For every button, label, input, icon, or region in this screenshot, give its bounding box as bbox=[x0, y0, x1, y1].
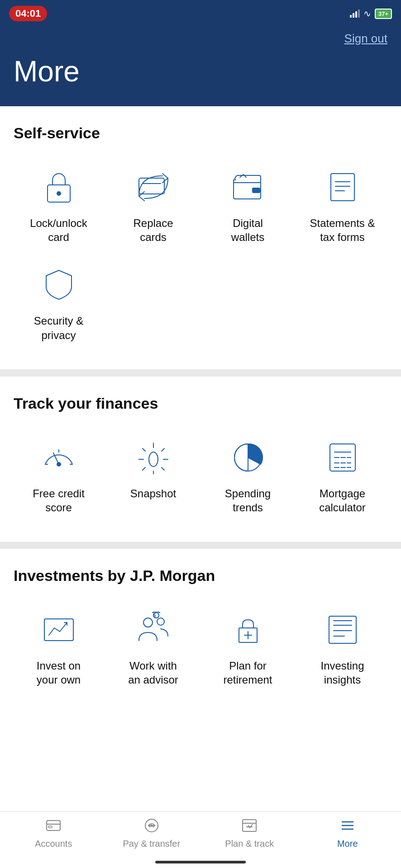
svg-line-16 bbox=[143, 448, 145, 451]
spending-trends-label: Spendingtrends bbox=[225, 486, 271, 514]
mortgage-calc-icon bbox=[320, 435, 365, 480]
svg-line-17 bbox=[162, 467, 164, 470]
statements-item[interactable]: Statements &tax forms bbox=[297, 160, 387, 249]
digital-wallets-icon bbox=[225, 165, 271, 210]
work-with-item[interactable]: $ Work withan advisor bbox=[108, 603, 198, 691]
status-bar: 04:01 ∿ 37+ bbox=[0, 0, 401, 27]
lock-unlock-label: Lock/unlockcard bbox=[30, 216, 87, 244]
svg-rect-51 bbox=[48, 826, 52, 828]
svg-text:$: $ bbox=[254, 447, 258, 454]
statements-icon bbox=[320, 165, 365, 210]
more-nav-label: More bbox=[337, 839, 358, 849]
home-bar bbox=[155, 861, 246, 863]
header: Sign out More bbox=[0, 27, 401, 106]
sign-out-button[interactable]: Sign out bbox=[344, 32, 387, 46]
credit-score-label: Free creditscore bbox=[33, 486, 85, 514]
spending-trends-icon: $ bbox=[225, 435, 271, 480]
page-title: More bbox=[14, 55, 387, 88]
self-service-title: Self-service bbox=[14, 124, 387, 142]
svg-rect-54 bbox=[243, 820, 256, 831]
home-indicator bbox=[0, 861, 401, 868]
battery-indicator: 37+ bbox=[375, 9, 392, 19]
lock-unlock-item[interactable]: Lock/unlockcard bbox=[14, 160, 104, 249]
security-label: Security &privacy bbox=[34, 314, 83, 342]
nav-more[interactable]: More bbox=[299, 817, 397, 849]
plan-track-nav-icon bbox=[241, 817, 258, 836]
replace-cards-item[interactable]: Replacecards bbox=[108, 160, 198, 249]
svg-rect-36 bbox=[44, 619, 73, 641]
mortgage-calc-item[interactable]: Mortgagecalculator bbox=[297, 430, 387, 519]
svg-point-38 bbox=[157, 618, 164, 625]
status-time: 04:01 bbox=[9, 6, 47, 21]
accounts-nav-label: Accounts bbox=[35, 839, 72, 849]
svg-point-1 bbox=[57, 192, 61, 195]
credit-score-item[interactable]: Free creditscore bbox=[14, 430, 104, 519]
nav-accounts[interactable]: Accounts bbox=[5, 817, 103, 849]
svg-text:$: $ bbox=[153, 612, 156, 618]
plan-track-nav-label: Plan & track bbox=[225, 839, 274, 849]
security-icon bbox=[36, 262, 81, 307]
svg-rect-3 bbox=[253, 188, 260, 193]
svg-point-37 bbox=[143, 618, 153, 627]
more-nav-icon bbox=[339, 817, 356, 836]
investments-grid: Invest onyour own $ Work withan advisor bbox=[14, 603, 387, 691]
signal-icon bbox=[350, 9, 360, 18]
track-finances-title: Track your finances bbox=[14, 395, 387, 412]
investing-label: Investinginsights bbox=[320, 659, 364, 687]
track-finances-section: Track your finances Free creditscore bbox=[0, 377, 401, 542]
work-with-label: Work withan advisor bbox=[128, 659, 178, 687]
snapshot-label: Snapshot bbox=[130, 486, 176, 500]
wifi-icon: ∿ bbox=[363, 8, 371, 19]
nav-pay-transfer[interactable]: $ Pay & transfer bbox=[103, 817, 201, 849]
statements-label: Statements &tax forms bbox=[310, 216, 375, 244]
divider-1 bbox=[0, 369, 401, 377]
lock-unlock-icon bbox=[36, 165, 81, 210]
credit-score-icon bbox=[36, 435, 81, 480]
track-finances-grid: Free creditscore bbox=[14, 430, 387, 519]
spending-trends-item[interactable]: $ Spendingtrends bbox=[203, 430, 293, 519]
work-with-icon: $ bbox=[131, 607, 176, 652]
svg-rect-4 bbox=[331, 174, 354, 201]
investing-icon bbox=[320, 607, 365, 652]
invest-on-label: Invest onyour own bbox=[37, 659, 81, 687]
pay-transfer-nav-icon: $ bbox=[143, 817, 160, 836]
bottom-nav: Accounts $ Pay & transfer Plan & track bbox=[0, 811, 401, 861]
snapshot-item[interactable]: Snapshot bbox=[108, 430, 198, 519]
plan-for-icon bbox=[225, 607, 271, 652]
security-item[interactable]: Security &privacy bbox=[14, 258, 104, 346]
svg-point-13 bbox=[149, 452, 158, 467]
svg-line-21 bbox=[162, 448, 164, 451]
svg-point-9 bbox=[57, 462, 61, 466]
svg-line-20 bbox=[143, 467, 145, 470]
investments-section: Investments by J.P. Morgan Invest onyour… bbox=[0, 549, 401, 714]
replace-cards-icon bbox=[131, 165, 176, 210]
invest-on-item[interactable]: Invest onyour own bbox=[14, 603, 104, 691]
status-icons: ∿ 37+ bbox=[350, 8, 392, 19]
plan-for-label: Plan forretirement bbox=[223, 659, 272, 687]
investments-title: Investments by J.P. Morgan bbox=[14, 567, 387, 585]
content: Self-service Lock/unlockcard bbox=[0, 106, 401, 811]
mortgage-calc-label: Mortgagecalculator bbox=[319, 486, 366, 514]
nav-plan-track[interactable]: Plan & track bbox=[200, 817, 299, 849]
snapshot-icon bbox=[131, 435, 176, 480]
plan-for-item[interactable]: Plan forretirement bbox=[203, 603, 293, 691]
digital-wallets-item[interactable]: Digitalwallets bbox=[203, 160, 293, 249]
digital-wallets-label: Digitalwallets bbox=[231, 216, 264, 244]
svg-text:$: $ bbox=[150, 822, 153, 828]
divider-2 bbox=[0, 542, 401, 549]
svg-rect-2 bbox=[139, 178, 164, 194]
accounts-nav-icon bbox=[45, 817, 62, 836]
pay-transfer-nav-label: Pay & transfer bbox=[123, 839, 180, 849]
self-service-grid: Lock/unlockcard Replacecards bbox=[14, 160, 387, 347]
investing-item[interactable]: Investinginsights bbox=[297, 603, 387, 691]
replace-cards-label: Replacecards bbox=[133, 216, 173, 244]
svg-rect-49 bbox=[47, 821, 60, 830]
invest-on-icon bbox=[36, 607, 81, 652]
self-service-section: Self-service Lock/unlockcard bbox=[0, 106, 401, 369]
